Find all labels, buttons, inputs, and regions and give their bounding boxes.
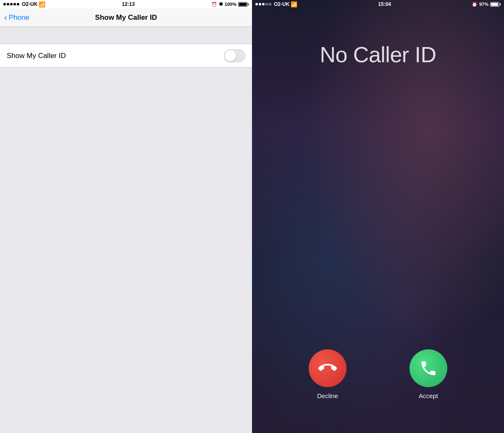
accept-button[interactable] [410, 349, 447, 387]
left-status-left: O2-UK 📶 [3, 1, 45, 8]
battery-tip-right [500, 3, 501, 5]
back-button[interactable]: ‹ Phone [4, 13, 29, 22]
right-status-left: ⏰ ✱ 100% [211, 1, 249, 7]
caller-id-label: Show My Caller ID [7, 52, 66, 60]
right-panel: O2-UK 📶 15:04 ⏰ 97% No Caller ID Decline [252, 0, 504, 433]
accept-wrapper: Accept [410, 349, 447, 399]
time-left: 12:13 [122, 1, 135, 7]
decline-wrapper: Decline [309, 349, 346, 399]
caller-id-title: No Caller ID [252, 42, 504, 67]
status-bar-left: O2-UK 📶 12:13 ⏰ ✱ 100% [0, 0, 252, 8]
battery-percent-left: 100% [225, 2, 236, 7]
battery-tip-left [248, 3, 249, 5]
signal-dot-r5 [269, 3, 271, 5]
battery-fill-right [491, 3, 498, 6]
carrier-left: O2-UK [22, 1, 37, 7]
time-right: 15:04 [378, 1, 391, 7]
signal-dot-3 [10, 3, 13, 5]
content-area-left [0, 68, 252, 433]
call-buttons-area: Decline Accept [252, 349, 504, 399]
battery-percent-right: 97% [479, 2, 488, 7]
signal-dot-5 [17, 3, 19, 5]
battery-icon-left [238, 2, 249, 7]
left-panel: O2-UK 📶 12:13 ⏰ ✱ 100% ‹ Phone Show My C… [0, 0, 252, 433]
signal-dot-r3 [262, 3, 265, 5]
signal-dot-1 [3, 3, 6, 5]
signal-dots-left [3, 3, 19, 5]
signal-dot-r2 [259, 3, 261, 5]
signal-dot-2 [7, 3, 9, 5]
settings-section: Show My Caller ID [0, 44, 252, 68]
back-chevron-icon: ‹ [4, 13, 7, 21]
signal-dot-4 [13, 3, 16, 5]
signal-dot-r4 [265, 3, 268, 5]
toggle-thumb [225, 50, 236, 61]
caller-id-row: Show My Caller ID [0, 44, 252, 67]
decline-label: Decline [317, 392, 338, 399]
page-title: Show My Caller ID [95, 13, 157, 22]
wifi-icon-left: 📶 [39, 1, 45, 8]
bluetooth-icon-left: ✱ [219, 1, 223, 7]
caller-id-toggle[interactable] [224, 49, 245, 62]
signal-dots-right [255, 3, 271, 5]
top-spacer [0, 27, 252, 35]
alarm-icon-right: ⏰ [472, 2, 478, 7]
carrier-right: O2-UK [274, 1, 289, 7]
accept-icon [419, 359, 438, 378]
accept-label: Accept [419, 392, 438, 399]
back-label[interactable]: Phone [9, 13, 29, 22]
status-bar-right: O2-UK 📶 15:04 ⏰ 97% [252, 0, 504, 8]
right-status-right: ⏰ 97% [472, 2, 501, 7]
left-status-right: O2-UK 📶 [255, 1, 297, 8]
signal-dot-r1 [255, 3, 258, 5]
alarm-icon-left: ⏰ [211, 2, 217, 7]
decline-icon [318, 359, 337, 378]
battery-body-left [238, 2, 247, 7]
battery-body-right [490, 2, 499, 7]
decline-button[interactable] [309, 349, 346, 387]
battery-fill-left [239, 3, 247, 6]
nav-bar-left: ‹ Phone Show My Caller ID [0, 8, 252, 27]
wifi-icon-right: 📶 [291, 1, 297, 8]
battery-icon-right [490, 2, 501, 7]
